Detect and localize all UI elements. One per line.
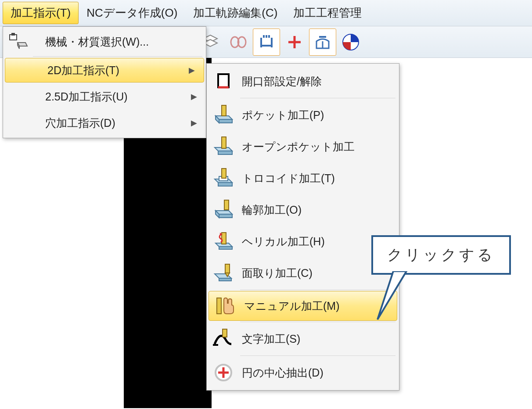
callout-tail-icon xyxy=(376,271,411,324)
circle-center-icon xyxy=(207,362,240,383)
dropdown-machine-material[interactable]: 機械・材質選択(W)... xyxy=(3,29,206,55)
svg-rect-46 xyxy=(217,298,221,314)
submenu-helical[interactable]: ヘリカル加工(H) xyxy=(207,226,399,257)
submenu-separator xyxy=(240,98,395,98)
helical-icon xyxy=(207,231,240,252)
submenu-2d: 開口部設定/解除 ポケット加工(P) オープンポケット加工 xyxy=(206,63,399,391)
svg-rect-33 xyxy=(222,169,226,178)
tool-plus-icon[interactable] xyxy=(281,29,308,56)
svg-rect-7 xyxy=(263,35,265,38)
menu-path-edit[interactable]: 加工軌跡編集(C) xyxy=(185,2,285,24)
svg-marker-43 xyxy=(219,278,231,281)
dropdown-label: 穴加工指示(D) xyxy=(33,116,191,130)
submenu-circle-center[interactable]: 円の中心抽出(D) xyxy=(207,357,399,388)
svg-rect-8 xyxy=(266,35,267,38)
submenu-label: 開口部設定/解除 xyxy=(240,74,394,89)
contour-icon xyxy=(207,199,240,220)
machine-material-icon xyxy=(3,33,33,50)
callout-text: クリックする xyxy=(387,246,495,263)
submenu-label: 面取り加工(C) xyxy=(240,266,394,280)
svg-marker-52 xyxy=(377,271,406,319)
submenu-label: 輪郭加工(O) xyxy=(240,203,394,217)
chamfer-icon xyxy=(207,262,240,283)
submenu-separator xyxy=(240,290,395,290)
menu-nc-data[interactable]: NCデータ作成(O) xyxy=(79,2,185,24)
svg-rect-48 xyxy=(223,329,227,337)
callout-annotation: クリックする xyxy=(371,235,511,275)
tool-target-icon[interactable] xyxy=(337,29,364,56)
dropdown-separator xyxy=(33,56,202,57)
submenu-label: 円の中心抽出(D) xyxy=(240,366,394,380)
svg-marker-36 xyxy=(219,214,232,218)
submenu-arrow-icon: ▶ xyxy=(191,92,197,101)
text-engrave-icon xyxy=(207,328,240,349)
submenu-chamfer[interactable]: 面取り加工(C) xyxy=(207,257,399,289)
svg-marker-28 xyxy=(218,151,232,154)
dropdown-machining: 機械・材質選択(W)... 2D加工指示(T) ▶ 2.5D加工指示(U) ▶ … xyxy=(3,26,206,138)
svg-rect-21 xyxy=(218,74,229,87)
submenu-opening-setting[interactable]: 開口部設定/解除 xyxy=(207,65,399,97)
svg-rect-37 xyxy=(224,200,229,210)
manual-icon xyxy=(209,295,242,316)
pocket-icon xyxy=(207,104,240,126)
tool-align-icon[interactable] xyxy=(309,29,336,56)
dropdown-25d-machining[interactable]: 2.5D加工指示(U) ▶ xyxy=(3,83,206,110)
submenu-label: トロコイド加工(T) xyxy=(240,171,394,186)
open-pocket-icon xyxy=(207,136,240,157)
dropdown-label: 機械・材質選択(W)... xyxy=(33,35,201,49)
dropdown-2d-machining[interactable]: 2D加工指示(T) ▶ xyxy=(5,58,204,83)
submenu-label: ヘリカル加工(H) xyxy=(240,234,394,249)
menu-machining-instruction[interactable]: 加工指示(T) xyxy=(3,2,79,24)
svg-marker-31 xyxy=(218,183,232,186)
submenu-arrow-icon: ▶ xyxy=(191,118,197,128)
submenu-open-pocket[interactable]: オープンポケット加工 xyxy=(207,131,399,162)
svg-rect-18 xyxy=(11,33,15,36)
svg-marker-39 xyxy=(219,247,232,249)
menu-process-mgmt[interactable]: 加工工程管理 xyxy=(285,2,370,24)
dropdown-label: 2D加工指示(T) xyxy=(35,63,189,78)
dropdown-hole-machining[interactable]: 穴加工指示(D) ▶ xyxy=(3,110,206,136)
submenu-arrow-icon: ▶ xyxy=(189,65,195,75)
submenu-text-engrave[interactable]: 文字加工(S) xyxy=(207,323,399,355)
submenu-trochoid[interactable]: トロコイド加工(T) xyxy=(207,162,399,194)
submenu-label: ポケット加工(P) xyxy=(240,108,394,122)
menu-label: 加工工程管理 xyxy=(293,6,362,19)
svg-rect-14 xyxy=(324,36,326,38)
svg-rect-9 xyxy=(268,35,270,38)
submenu-pocket[interactable]: ポケット加工(P) xyxy=(207,99,399,131)
opening-icon xyxy=(207,71,240,92)
menu-label: 加工軌跡編集(C) xyxy=(193,6,277,19)
menu-label: NCデータ作成(O) xyxy=(86,6,177,19)
tool-coupling-icon[interactable] xyxy=(225,29,252,56)
submenu-separator xyxy=(240,322,395,322)
submenu-label: オープンポケット加工 xyxy=(240,140,394,154)
menu-label: 加工指示(T) xyxy=(11,6,71,19)
svg-rect-44 xyxy=(225,264,230,273)
submenu-separator xyxy=(240,355,395,356)
svg-rect-26 xyxy=(222,105,226,116)
svg-rect-13 xyxy=(319,36,321,38)
submenu-label: 文字加工(S) xyxy=(240,332,394,346)
svg-rect-29 xyxy=(222,137,226,148)
menubar: 加工指示(T) NCデータ作成(O) 加工軌跡編集(C) 加工工程管理 xyxy=(0,0,532,26)
tool-span-icon[interactable] xyxy=(253,29,280,56)
trochoid-icon xyxy=(207,168,240,189)
svg-marker-25 xyxy=(219,119,232,123)
dropdown-label: 2.5D加工指示(U) xyxy=(33,90,191,104)
submenu-contour[interactable]: 輪郭加工(O) xyxy=(207,194,399,226)
submenu-label: マニュアル加工(M) xyxy=(242,299,392,313)
callout-box: クリックする xyxy=(371,235,511,275)
submenu-manual[interactable]: マニュアル加工(M) xyxy=(208,291,397,321)
